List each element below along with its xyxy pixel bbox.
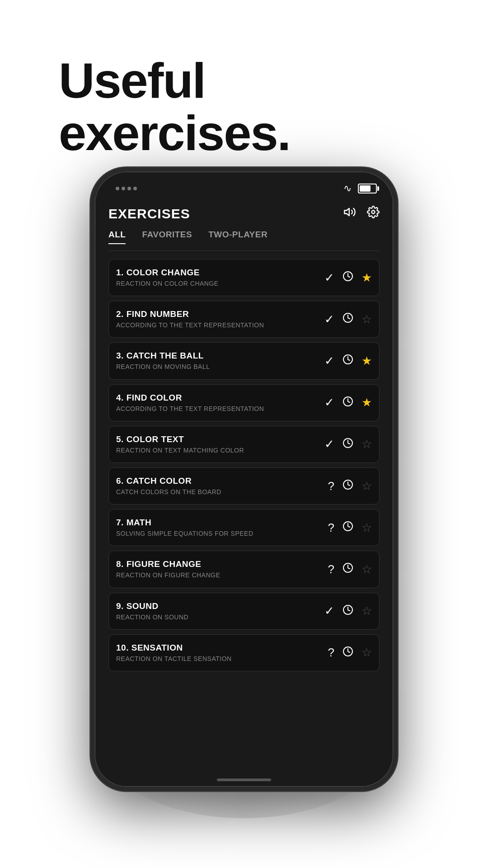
exercise-name-2: 2. FIND NUMBER (116, 309, 317, 319)
status-bar: ∿ (95, 172, 393, 197)
exercise-item-7[interactable]: 7. MATH SOLVING SIMPLE EQUATIONS FOR SPE… (108, 509, 380, 546)
exercise-sub-8: REACTION ON FIGURE CHANGE (116, 571, 321, 579)
exercise-name-3: 3. CATCH THE BALL (116, 351, 317, 361)
wifi-icon: ∿ (343, 183, 352, 194)
battery-icon (358, 184, 377, 193)
signal-dot-3 (127, 187, 131, 190)
history-icon-6[interactable] (343, 479, 353, 493)
star-icon-1[interactable]: ★ (361, 271, 372, 285)
history-icon-10[interactable] (343, 646, 353, 660)
home-indicator (217, 778, 271, 781)
check-icon-5: ✓ (324, 437, 334, 451)
tab-favorites[interactable]: FAVORITES (142, 230, 192, 244)
tab-bar: ALL FAVORITES TWO-PLAYER (108, 230, 380, 251)
exercise-item-5[interactable]: 5. COLOR TEXT REACTION ON TEXT MATCHING … (108, 426, 380, 463)
tab-two-player[interactable]: TWO-PLAYER (208, 230, 267, 244)
star-icon-3[interactable]: ★ (361, 354, 372, 368)
history-icon-3[interactable] (343, 354, 353, 368)
check-icon-2: ✓ (324, 312, 334, 326)
history-icon-9[interactable] (343, 604, 353, 618)
exercise-info-8: 8. FIGURE CHANGE REACTION ON FIGURE CHAN… (116, 559, 321, 579)
exercise-item-10[interactable]: 10. SENSATION REACTION ON TACTILE SENSAT… (108, 634, 380, 671)
signal-dots (116, 187, 137, 190)
exercise-info-7: 7. MATH SOLVING SIMPLE EQUATIONS FOR SPE… (116, 518, 321, 538)
app-header: EXERCISES (108, 197, 380, 230)
svg-point-1 (372, 211, 375, 214)
tab-all[interactable]: ALL (108, 230, 126, 244)
check-icon-9: ✓ (324, 604, 334, 618)
signal-dot-2 (122, 187, 125, 190)
exercise-name-6: 6. CATCH COLOR (116, 476, 321, 486)
exercise-info-6: 6. CATCH COLOR CATCH COLORS ON THE BOARD (116, 476, 321, 496)
exercise-info-9: 9. SOUND REACTION ON SOUND (116, 601, 317, 621)
svg-marker-0 (344, 208, 349, 216)
check-icon-3: ✓ (324, 354, 334, 368)
exercise-item-1[interactable]: 1. COLOR CHANGE REACTION ON COLOR CHANGE… (108, 259, 380, 296)
check-icon-1: ✓ (324, 271, 334, 285)
app-content: EXERCISES (95, 197, 393, 676)
check-icon-4: ✓ (324, 396, 334, 410)
history-icon-7[interactable] (343, 521, 353, 534)
exercise-info-10: 10. SENSATION REACTION ON TACTILE SENSAT… (116, 643, 321, 663)
star-icon-4[interactable]: ★ (361, 396, 372, 410)
exercise-item-2[interactable]: 2. FIND NUMBER ACCORDING TO THE TEXT REP… (108, 301, 380, 338)
exercise-info-1: 1. COLOR CHANGE REACTION ON COLOR CHANGE (116, 268, 317, 288)
exercise-item-6[interactable]: 6. CATCH COLOR CATCH COLORS ON THE BOARD… (108, 467, 380, 505)
exercise-actions-3: ✓ ★ (324, 354, 372, 368)
exercise-actions-8: ? ☆ (328, 562, 372, 576)
app-title: EXERCISES (108, 206, 190, 222)
exercise-info-3: 3. CATCH THE BALL REACTION ON MOVING BAL… (116, 351, 317, 371)
exercise-actions-6: ? ☆ (328, 479, 372, 493)
exercise-info-2: 2. FIND NUMBER ACCORDING TO THE TEXT REP… (116, 309, 317, 329)
exercise-item-8[interactable]: 8. FIGURE CHANGE REACTION ON FIGURE CHAN… (108, 551, 380, 588)
signal-dot-4 (133, 187, 137, 190)
phone-mockup: ∿ EXERCISES (90, 167, 398, 818)
exercise-sub-2: ACCORDING TO THE TEXT REPRESENTATION (116, 321, 317, 329)
star-icon-7[interactable]: ☆ (361, 521, 372, 535)
exercise-sub-1: REACTION ON COLOR CHANGE (116, 279, 317, 288)
exercise-item-9[interactable]: 9. SOUND REACTION ON SOUND ✓ ☆ (108, 593, 380, 630)
exercise-actions-4: ✓ ★ (324, 396, 372, 410)
question-icon-7: ? (328, 521, 334, 535)
exercise-sub-4: ACCORDING TO THE TEXT REPRESENTATION (116, 405, 317, 413)
exercise-actions-1: ✓ ★ (324, 271, 372, 285)
history-icon-8[interactable] (343, 562, 353, 576)
settings-icon[interactable] (367, 206, 380, 222)
history-icon-5[interactable] (343, 438, 353, 451)
hero-section: Useful exercises. (59, 54, 290, 159)
star-icon-6[interactable]: ☆ (361, 479, 372, 493)
exercise-actions-5: ✓ ☆ (324, 437, 372, 451)
star-icon-5[interactable]: ☆ (361, 437, 372, 451)
exercise-info-5: 5. COLOR TEXT REACTION ON TEXT MATCHING … (116, 434, 317, 454)
exercise-name-9: 9. SOUND (116, 601, 317, 611)
signal-dot-1 (116, 187, 119, 190)
exercise-info-4: 4. FIND COLOR ACCORDING TO THE TEXT REPR… (116, 393, 317, 413)
star-icon-9[interactable]: ☆ (361, 604, 372, 618)
exercise-name-5: 5. COLOR TEXT (116, 434, 317, 444)
history-icon-1[interactable] (343, 271, 353, 284)
exercise-list: 1. COLOR CHANGE REACTION ON COLOR CHANGE… (108, 259, 380, 676)
battery-fill (360, 185, 371, 192)
star-icon-8[interactable]: ☆ (361, 562, 372, 576)
history-icon-2[interactable] (343, 312, 353, 326)
question-icon-10: ? (328, 646, 334, 660)
question-icon-6: ? (328, 479, 334, 493)
star-icon-2[interactable]: ☆ (361, 312, 372, 326)
exercise-item-4[interactable]: 4. FIND COLOR ACCORDING TO THE TEXT REPR… (108, 384, 380, 421)
exercise-sub-9: REACTION ON SOUND (116, 613, 317, 621)
exercise-sub-3: REACTION ON MOVING BALL (116, 363, 317, 371)
header-icons (343, 206, 380, 222)
exercise-sub-6: CATCH COLORS ON THE BOARD (116, 488, 321, 496)
history-icon-4[interactable] (343, 396, 353, 410)
volume-icon[interactable] (343, 206, 356, 222)
phone-frame: ∿ EXERCISES (90, 167, 398, 791)
exercise-actions-7: ? ☆ (328, 521, 372, 535)
exercise-item-3[interactable]: 3. CATCH THE BALL REACTION ON MOVING BAL… (108, 342, 380, 379)
exercise-name-7: 7. MATH (116, 518, 321, 528)
exercise-sub-7: SOLVING SIMPLE EQUATIONS FOR SPEED (116, 529, 321, 538)
hero-title: Useful exercises. (59, 54, 290, 159)
exercise-name-4: 4. FIND COLOR (116, 393, 317, 403)
exercise-actions-9: ✓ ☆ (324, 604, 372, 618)
question-icon-8: ? (328, 562, 334, 576)
star-icon-10[interactable]: ☆ (361, 646, 372, 660)
